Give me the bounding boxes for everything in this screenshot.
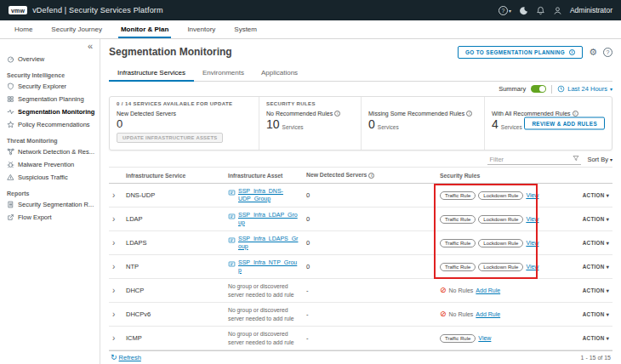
action-dropdown[interactable]: ACTION ▾ [547, 327, 612, 350]
notifications-button[interactable] [536, 6, 545, 15]
action-dropdown[interactable]: ACTION ▾ [547, 231, 612, 255]
chevron-down-icon: ▾ [607, 241, 609, 246]
gear-icon[interactable]: ⚙ [589, 48, 597, 57]
action-dropdown[interactable]: ACTION ▾ [547, 303, 612, 327]
add-rule-link[interactable]: Add Rule [476, 311, 500, 317]
view-rules-link[interactable]: View [526, 240, 538, 246]
table-header-row: Infrastructure Service Infrastructure As… [109, 168, 612, 184]
sidebar-item-malware-prevention[interactable]: Malware Prevention [0, 158, 100, 171]
view-rules-link[interactable]: View [526, 264, 538, 270]
expand-row-icon[interactable]: › [112, 262, 115, 271]
content-tabs: Infrastructure Services Environments App… [109, 66, 612, 82]
summary-cards: 0 / 14 SERVICES AVAILABLE FOR UPDATE New… [109, 96, 612, 151]
nav-item-system[interactable]: System [225, 20, 266, 38]
user-menu[interactable] [553, 6, 562, 15]
table-row: › DHCP No group or discovered server nee… [109, 279, 612, 303]
sidebar-item-security-explorer[interactable]: Security Explorer [0, 80, 100, 93]
services-table: Infrastructure Service Infrastructure As… [109, 167, 612, 350]
traffic-rule-badge: Traffic Rule [440, 191, 476, 200]
help-menu[interactable]: ? ▾ [499, 6, 511, 15]
asset-link[interactable]: SSP_Infra_LDAPS_Group [238, 236, 299, 251]
view-rules-link[interactable]: View [526, 192, 538, 198]
theme-toggle[interactable] [519, 6, 528, 15]
sidebar: « Overview Security Intelligence Securit… [0, 39, 100, 364]
asset-link[interactable]: SSP_Infra_LDAP_Group [238, 212, 299, 227]
nav-item-inventory[interactable]: Inventory [178, 20, 225, 38]
card-no-recommended-rules: SECURITY RULES No Recommended Rules i 10… [259, 97, 361, 150]
traffic-rule-badge: Traffic Rule [440, 215, 476, 224]
sidebar-item-policy-recommendations[interactable]: Policy Recommendations [0, 118, 100, 131]
info-icon[interactable]: i [368, 173, 374, 179]
refresh-link[interactable]: ↻ Refresh [111, 354, 141, 361]
service-name: NTP [122, 255, 225, 279]
clock-icon [557, 85, 565, 93]
expand-row-icon[interactable]: › [112, 286, 115, 295]
info-icon[interactable]: i [334, 111, 340, 117]
username-label[interactable]: Administrator [570, 6, 612, 14]
card-services-update: 0 / 14 SERVICES AVAILABLE FOR UPDATE New… [110, 97, 259, 150]
add-rule-link[interactable]: Add Rule [476, 287, 500, 293]
app-window: vmw vDefend | Security Services Platform… [0, 0, 621, 364]
sidebar-item-flow-export[interactable]: Flow Export [0, 211, 100, 224]
tab-applications[interactable]: Applications [253, 66, 306, 81]
action-dropdown[interactable]: ACTION ▾ [547, 208, 612, 231]
update-infrastructure-assets-button[interactable]: UPDATE INFRASTRUCTURE ASSETS [117, 133, 223, 143]
action-dropdown[interactable]: ACTION ▾ [547, 184, 612, 208]
expand-row-icon[interactable]: › [112, 238, 115, 247]
new-servers-count: - [303, 303, 436, 327]
pulse-icon [7, 108, 14, 116]
col-infrastructure-asset: Infrastructure Asset [225, 168, 303, 184]
filter-input[interactable] [489, 156, 570, 163]
tab-environments[interactable]: Environments [194, 66, 253, 81]
info-icon[interactable]: i [466, 111, 472, 117]
group-icon [228, 260, 236, 268]
app-title: vDefend | Security Services Platform [32, 6, 163, 14]
sidebar-item-suspicious-traffic[interactable]: Suspicious Traffic [0, 171, 100, 184]
pagination-label: 1 - 15 of 15 [581, 355, 611, 361]
filter-icon[interactable] [573, 155, 579, 163]
moon-icon [519, 6, 528, 15]
service-name: LDAPS [122, 231, 225, 255]
asset-link[interactable]: SSP_Infra_NTP_Group [238, 259, 299, 275]
card-label: With All Recommended Rules [492, 111, 571, 117]
expand-row-icon[interactable]: › [112, 333, 115, 343]
col-infrastructure-service: Infrastructure Service [122, 168, 225, 184]
sidebar-item-segmentation-monitoring[interactable]: Segmentation Monitoring [0, 105, 100, 118]
document-icon [7, 201, 14, 208]
nav-item-home[interactable]: Home [5, 20, 42, 38]
chevron-down-icon: ▾ [610, 87, 612, 92]
expand-row-icon[interactable]: › [112, 310, 115, 319]
action-dropdown[interactable]: ACTION ▾ [547, 255, 612, 279]
card-label: New Detected Servers [117, 111, 176, 117]
sidebar-item-network-detection[interactable]: Network Detection & Res... [0, 145, 100, 158]
summary-toggle[interactable] [531, 85, 546, 93]
time-range-dropdown[interactable]: Last 24 Hours ▾ [557, 85, 612, 93]
sort-by-dropdown[interactable]: Sort By ▾ [587, 156, 612, 163]
col-expand [109, 168, 122, 184]
sidebar-item-segmentation-planning[interactable]: Segmentation Planning [0, 93, 100, 105]
card-label: No Recommended Rules [266, 111, 333, 117]
view-rules-link[interactable]: View [526, 216, 538, 222]
new-servers-count: 0 [303, 184, 436, 208]
sidebar-item-overview[interactable]: Overview [0, 53, 100, 65]
sidebar-item-security-segmentation-report[interactable]: Security Segmentation R... [0, 198, 100, 211]
expand-row-icon[interactable]: › [112, 214, 115, 224]
help-icon: ? [499, 6, 508, 15]
nav-item-security-journey[interactable]: Security Journey [42, 20, 111, 38]
review-add-rules-button[interactable]: REVIEW & ADD RULES [524, 117, 605, 130]
asset-link[interactable]: SSP_Infra_DNS-UDP_Group [238, 188, 299, 203]
view-rules-link[interactable]: View [478, 335, 491, 341]
tab-infrastructure-services[interactable]: Infrastructure Services [109, 66, 194, 81]
chevron-down-icon: ▾ [607, 217, 609, 222]
info-icon[interactable]: i [573, 111, 578, 117]
star-icon [7, 121, 14, 128]
nav-item-monitor-plan[interactable]: Monitor & Plan [111, 20, 178, 38]
chevron-down-icon: ▾ [607, 193, 609, 198]
action-dropdown[interactable]: ACTION ▾ [547, 279, 612, 303]
help-icon[interactable]: ? [603, 48, 612, 57]
sidebar-collapse-icon[interactable]: « [0, 41, 100, 53]
go-to-segmentation-planning-button[interactable]: GO TO SEGMENTATION PLANNING i [458, 46, 583, 59]
main-content: Segmentation Monitoring GO TO SEGMENTATI… [100, 39, 621, 364]
group-icon [228, 213, 236, 220]
expand-row-icon[interactable]: › [112, 191, 115, 200]
